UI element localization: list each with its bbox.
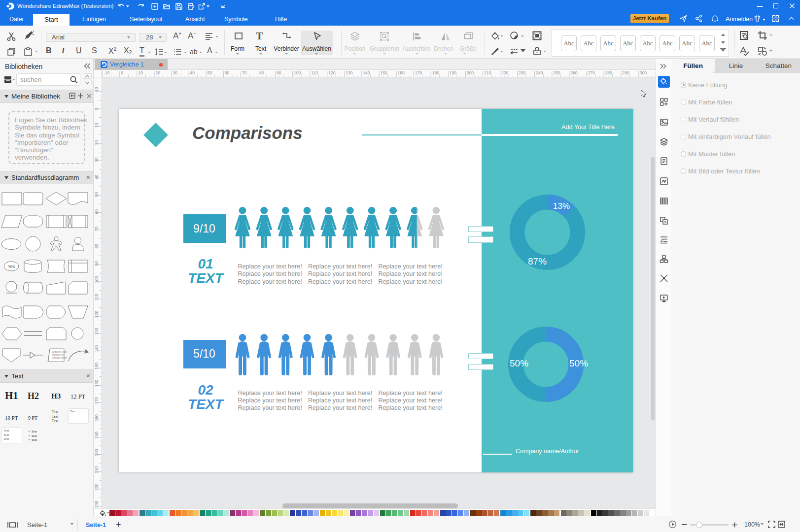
svg-text:180: 180	[94, 414, 99, 421]
svg-text:10: 10	[94, 123, 99, 128]
svg-text:80: 80	[94, 244, 99, 249]
svg-text:100: 100	[94, 276, 99, 283]
svg-text:230: 230	[94, 500, 99, 507]
svg-text:140: 140	[94, 345, 99, 352]
svg-text:160: 160	[398, 70, 405, 75]
svg-text:260: 260	[570, 70, 577, 75]
svg-text:Yes: Yes	[8, 264, 15, 269]
svg-text:240: 240	[536, 70, 543, 75]
svg-text:110: 110	[94, 294, 99, 300]
svg-text:280: 280	[605, 70, 612, 75]
svg-text:130: 130	[94, 328, 99, 335]
svg-text:300: 300	[640, 70, 647, 75]
svg-text:170: 170	[94, 397, 99, 404]
svg-text:60: 60	[94, 209, 99, 214]
svg-text:120: 120	[328, 70, 335, 75]
svg-text:160: 160	[94, 380, 99, 387]
svg-text:220: 220	[94, 483, 99, 490]
svg-text:210: 210	[484, 70, 491, 75]
svg-text:10: 10	[138, 70, 143, 75]
svg-text:250: 250	[553, 70, 560, 75]
svg-text:90: 90	[94, 261, 99, 266]
svg-text:100: 100	[294, 70, 301, 75]
svg-text:0: 0	[121, 70, 123, 75]
svg-text:30: 30	[94, 157, 99, 162]
svg-text:200: 200	[94, 449, 99, 456]
svg-text:120: 120	[94, 311, 99, 318]
svg-text:70: 70	[242, 70, 247, 75]
svg-text:0: 0	[94, 108, 99, 110]
svg-text:40: 40	[190, 70, 195, 75]
svg-text:170: 170	[415, 70, 422, 75]
svg-text:20: 20	[156, 70, 161, 75]
svg-text:210: 210	[94, 466, 99, 473]
svg-text:150: 150	[381, 70, 387, 75]
svg-text:80: 80	[259, 70, 264, 75]
svg-text:90: 90	[277, 70, 281, 75]
svg-text:70: 70	[94, 227, 99, 232]
svg-text:110: 110	[311, 70, 318, 75]
svg-text:130: 130	[346, 70, 352, 75]
svg-text:270: 270	[588, 70, 595, 75]
svg-text:180: 180	[432, 70, 439, 75]
svg-text:290: 290	[623, 70, 629, 75]
svg-text:190: 190	[94, 432, 99, 438]
svg-text:220: 220	[501, 70, 508, 75]
svg-text:50: 50	[94, 192, 99, 197]
svg-text:-10: -10	[104, 70, 110, 75]
svg-text:20: 20	[94, 140, 99, 145]
svg-text:60: 60	[225, 70, 230, 75]
svg-text:140: 140	[363, 70, 370, 75]
svg-text:30: 30	[173, 70, 178, 75]
svg-text:-10: -10	[94, 87, 99, 93]
svg-text:150: 150	[94, 363, 99, 369]
svg-text:200: 200	[467, 70, 474, 75]
svg-text:190: 190	[450, 70, 456, 75]
svg-text:change width: change width	[52, 356, 67, 359]
svg-text:40: 40	[94, 175, 99, 180]
svg-text:230: 230	[519, 70, 525, 75]
svg-text:50: 50	[208, 70, 212, 75]
